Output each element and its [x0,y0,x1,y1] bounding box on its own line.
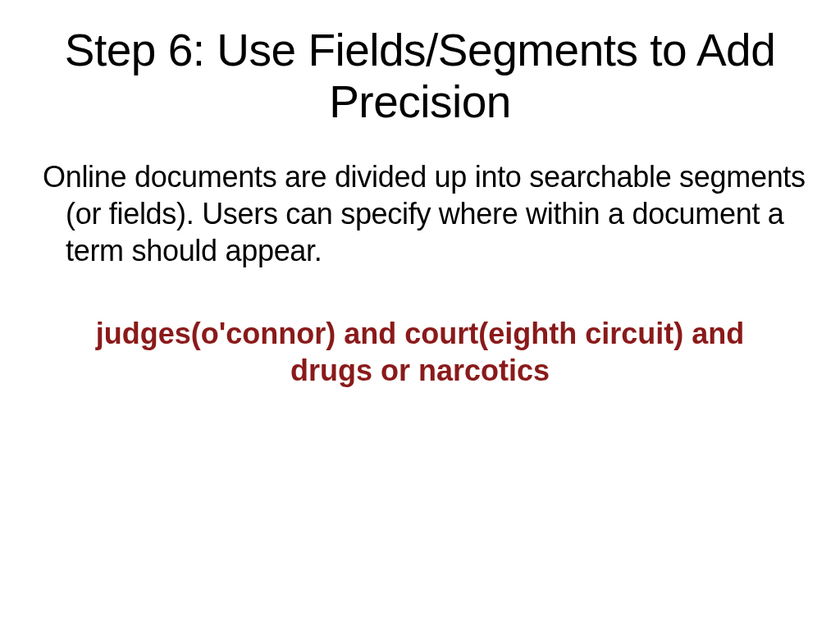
slide-example-query: judges(o'connor) and court(eighth circui… [25,315,815,389]
slide: Step 6: Use Fields/Segments to Add Preci… [0,0,840,630]
slide-body: Online documents are divided up into sea… [25,158,815,269]
slide-title: Step 6: Use Fields/Segments to Add Preci… [25,25,815,129]
